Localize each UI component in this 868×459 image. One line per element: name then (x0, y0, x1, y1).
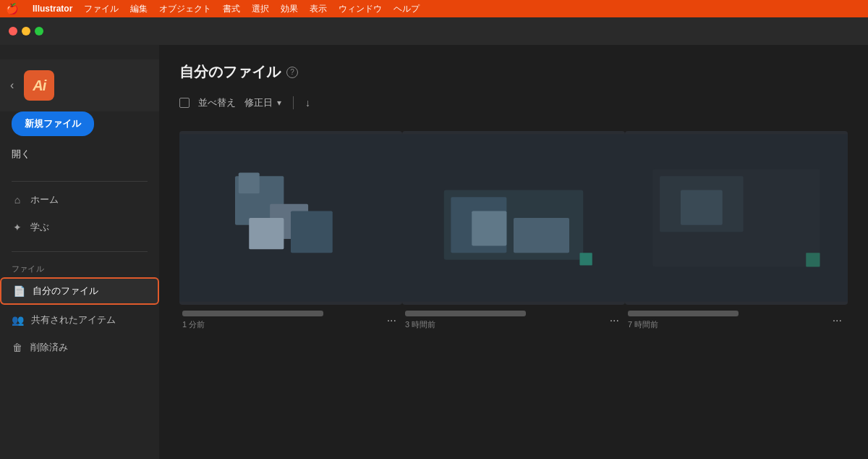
svg-rect-9 (514, 218, 569, 253)
fullscreen-button[interactable] (35, 27, 43, 35)
page-title: 自分のファイル (179, 62, 281, 82)
menubar: 🍎 Illustrator ファイル 編集 オブジェクト 書式 選択 効果 表示… (0, 0, 868, 17)
apple-icon[interactable]: 🍎 (6, 3, 18, 14)
help-icon[interactable]: ? (286, 67, 298, 78)
sidebar-divider-2 (12, 251, 148, 252)
new-file-button[interactable]: 新規ファイル (12, 111, 94, 136)
menu-format[interactable]: 書式 (223, 3, 240, 15)
ai-logo: Ai (24, 70, 54, 101)
file-info-2: 3 時間前 (405, 311, 607, 330)
sort-select-group: 修正日 ▾ (244, 96, 281, 109)
traffic-lights (9, 27, 43, 35)
file-info-3: 7 時間前 (628, 311, 830, 330)
sidebar: ‹ Ai 新規ファイル 開く ⌂ ホーム ✦ 学ぶ ファイル 📄 (0, 45, 159, 459)
sort-label: 並べ替え (198, 96, 236, 109)
file-card-2[interactable]: 3 時間前 ··· (402, 131, 625, 333)
ai-logo-container: ‹ Ai (0, 59, 159, 111)
svg-rect-14 (806, 253, 820, 266)
svg-rect-10 (472, 211, 506, 245)
file-card-1[interactable]: 1 分前 ··· (179, 131, 402, 333)
file-more-button-1[interactable]: ··· (384, 313, 399, 329)
file-footer-3: 7 時間前 ··· (625, 305, 848, 333)
sort-dropdown-icon[interactable]: ▾ (277, 98, 281, 108)
app-name: Illustrator (33, 4, 72, 14)
svg-rect-5 (239, 172, 260, 193)
sidebar-item-learn-label: 学ぶ (30, 221, 49, 234)
app-body: ‹ Ai 新規ファイル 開く ⌂ ホーム ✦ 学ぶ ファイル 📄 (0, 45, 868, 459)
file-time-1: 1 分前 (182, 319, 384, 330)
file-name-bar-1 (182, 311, 323, 316)
menu-object[interactable]: オブジェクト (159, 3, 211, 15)
sidebar-item-my-files-label: 自分のファイル (33, 285, 98, 298)
sidebar-top-actions: 新規ファイル 開く (0, 111, 159, 175)
menu-select[interactable]: 選択 (252, 3, 269, 15)
sidebar-item-home[interactable]: ⌂ ホーム (0, 188, 159, 212)
main-header: 自分のファイル ? (179, 62, 848, 82)
svg-rect-4 (291, 211, 333, 253)
menu-edit[interactable]: 編集 (130, 3, 148, 15)
file-more-button-2[interactable]: ··· (607, 313, 622, 329)
file-footer-2: 3 時間前 ··· (402, 305, 625, 333)
file-name-bar-3 (628, 311, 739, 316)
sort-divider (293, 96, 294, 109)
file-card-3[interactable]: 7 時間前 ··· (625, 131, 848, 333)
open-button[interactable]: 開く (12, 145, 148, 164)
sidebar-item-learn[interactable]: ✦ 学ぶ (0, 215, 159, 240)
menu-help[interactable]: ヘルプ (393, 3, 420, 15)
menu-file[interactable]: ファイル (84, 3, 119, 15)
file-footer-1: 1 分前 ··· (179, 305, 402, 333)
file-info-1: 1 分前 (182, 311, 384, 330)
select-all-checkbox[interactable] (179, 98, 190, 108)
sidebar-files-nav: 📄 自分のファイル 👥 共有されたアイテム 🗑 削除済み (0, 277, 159, 366)
main-content: 自分のファイル ? 並べ替え 修正日 ▾ ↓ (159, 45, 868, 459)
menu-view[interactable]: 表示 (310, 3, 327, 15)
sidebar-item-shared-label: 共有されたアイテム (31, 313, 116, 327)
file-thumbnail-1 (179, 131, 402, 305)
file-name-bar-2 (405, 311, 526, 316)
menu-window[interactable]: ウィンドウ (339, 3, 382, 15)
svg-rect-3 (249, 218, 284, 249)
sort-bar: 並べ替え 修正日 ▾ ↓ (179, 96, 848, 117)
sidebar-item-deleted[interactable]: 🗑 削除済み (0, 335, 159, 360)
sidebar-item-home-label: ホーム (30, 193, 59, 206)
my-files-icon: 📄 (13, 285, 25, 297)
sidebar-divider-1 (12, 181, 148, 182)
file-grid: 1 分前 ··· (179, 131, 848, 333)
back-arrow-icon[interactable]: ‹ (10, 79, 14, 92)
sort-field-label: 修正日 (244, 96, 273, 109)
sort-direction-icon[interactable]: ↓ (305, 97, 310, 109)
file-thumbnail-2 (402, 131, 625, 305)
file-more-button-3[interactable]: ··· (830, 313, 845, 329)
minimize-button[interactable] (22, 27, 30, 35)
sidebar-item-deleted-label: 削除済み (30, 341, 68, 354)
close-button[interactable] (9, 27, 17, 35)
menu-effect[interactable]: 効果 (281, 3, 298, 15)
sidebar-item-shared[interactable]: 👥 共有されたアイテム (0, 308, 159, 332)
sidebar-nav: ⌂ ホーム ✦ 学ぶ (0, 188, 159, 245)
file-thumbnail-3 (625, 131, 848, 305)
svg-rect-16 (681, 190, 723, 225)
shared-icon: 👥 (12, 314, 24, 326)
sidebar-item-my-files[interactable]: 📄 自分のファイル (0, 277, 159, 305)
svg-rect-11 (579, 253, 592, 265)
trash-icon: 🗑 (12, 342, 23, 353)
sidebar-section-label: ファイル (0, 258, 159, 277)
home-icon: ⌂ (12, 194, 23, 206)
titlebar (0, 17, 868, 45)
learn-icon: ✦ (12, 222, 23, 233)
file-time-3: 7 時間前 (628, 319, 830, 330)
file-time-2: 3 時間前 (405, 319, 607, 330)
